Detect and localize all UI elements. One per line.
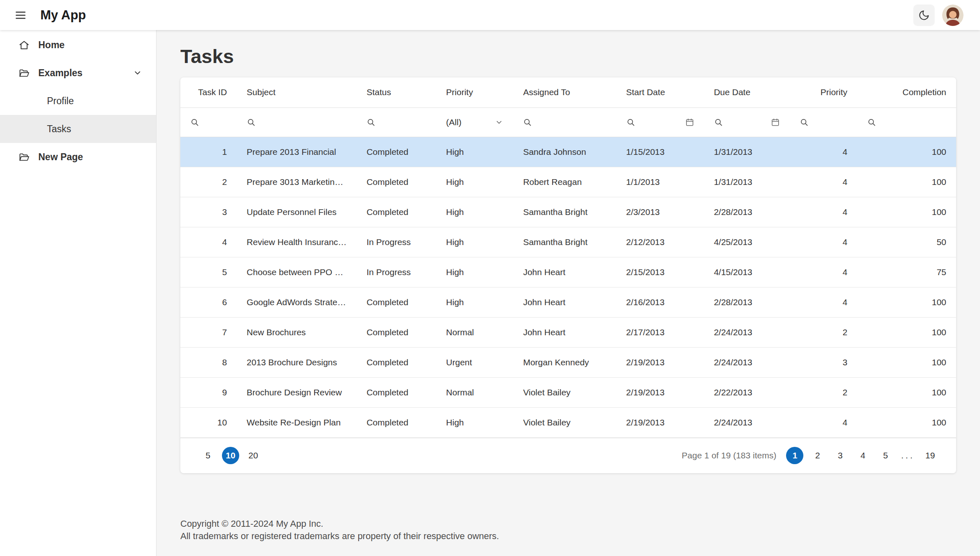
search-icon (366, 118, 376, 127)
grid-cell: 100 (857, 407, 956, 437)
grid-cell: 1/31/2013 (704, 137, 790, 167)
folder-open-icon (19, 68, 30, 79)
filter-due-date[interactable] (704, 107, 790, 137)
table-row[interactable]: 9Brochure Design ReviewCompletedNormalVi… (180, 377, 956, 407)
page-button[interactable]: 5 (877, 447, 894, 464)
filter-subject[interactable] (237, 107, 357, 137)
calendar-icon[interactable] (771, 118, 780, 127)
table-row[interactable]: 6Google AdWords Strate…CompletedHighJohn… (180, 287, 956, 317)
filter-status[interactable] (357, 107, 436, 137)
sidebar-item-profile[interactable]: Profile (0, 87, 156, 115)
grid-cell: 2/24/2013 (704, 347, 790, 377)
column-header-due-date[interactable]: Due Date (704, 77, 790, 107)
search-icon (867, 118, 876, 127)
grid-cell: Completed (357, 317, 436, 347)
sidebar-item-new-page[interactable]: New Page (0, 143, 156, 171)
search-icon (247, 118, 256, 127)
filter-assigned-to[interactable] (513, 107, 616, 137)
page-button[interactable]: 19 (922, 447, 939, 464)
grid-cell: 7 (180, 317, 237, 347)
grid-cell: 4/25/2013 (704, 227, 790, 257)
hamburger-icon (14, 9, 27, 21)
home-icon (19, 40, 30, 51)
pager: 51020 Page 1 of 19 (183 items) 12345...1… (180, 438, 956, 473)
grid-cell: Normal (436, 377, 513, 407)
table-row[interactable]: 10Website Re-Design PlanCompletedHighVio… (180, 407, 956, 437)
grid-cell: Robert Reagan (513, 167, 616, 197)
grid-cell: 1/15/2013 (616, 137, 704, 167)
sidebar-item-label: Home (38, 40, 65, 51)
filter-priority-num[interactable] (790, 107, 857, 137)
grid-cell: Normal (436, 317, 513, 347)
menu-toggle-button[interactable] (11, 5, 30, 25)
grid-cell: Completed (357, 167, 436, 197)
grid-cell: 100 (857, 347, 956, 377)
grid-cell: John Heart (513, 287, 616, 317)
grid-cell: 4 (180, 227, 237, 257)
grid-cell: 2 (790, 377, 857, 407)
grid-cell: Completed (357, 137, 436, 167)
grid-cell: Completed (357, 347, 436, 377)
page-button[interactable]: 3 (831, 447, 849, 464)
grid-cell: Google AdWords Strate… (237, 287, 357, 317)
grid-cell: Brochure Design Review (237, 377, 357, 407)
main-content: Tasks Task ID Subject Status Priority As… (156, 30, 980, 556)
search-icon (800, 118, 809, 127)
grid-cell: 2013 Brochure Designs (237, 347, 357, 377)
sidebar-item-tasks[interactable]: Tasks (0, 115, 156, 143)
grid-cell: High (436, 137, 513, 167)
sidebar-item-home[interactable]: Home (0, 31, 156, 59)
table-row[interactable]: 2Prepare 3013 Marketin…CompletedHighRobe… (180, 167, 956, 197)
column-header-assigned-to[interactable]: Assigned To (513, 77, 616, 107)
grid-cell: Morgan Kennedy (513, 347, 616, 377)
filter-completion[interactable] (857, 107, 956, 137)
grid-cell: New Brochures (237, 317, 357, 347)
page-size-option[interactable]: 10 (222, 447, 239, 464)
column-header-priority-num[interactable]: Priority (790, 77, 857, 107)
page-button[interactable]: 2 (809, 447, 826, 464)
calendar-icon[interactable] (685, 118, 694, 127)
column-header-start-date[interactable]: Start Date (616, 77, 704, 107)
app-title: My App (40, 8, 86, 23)
page-button[interactable]: 1 (786, 447, 803, 464)
grid-cell: High (436, 407, 513, 437)
grid-cell: Completed (357, 197, 436, 227)
page-size-option[interactable]: 20 (245, 447, 262, 464)
grid-cell: 2/17/2013 (616, 317, 704, 347)
grid-cell: 2 (180, 167, 237, 197)
grid-cell: In Progress (357, 257, 436, 287)
grid-cell: In Progress (357, 227, 436, 257)
column-header-task-id[interactable]: Task ID (180, 77, 237, 107)
column-header-subject[interactable]: Subject (237, 77, 357, 107)
grid-cell: 4 (790, 227, 857, 257)
grid-cell: 1/31/2013 (704, 167, 790, 197)
grid-cell: 4 (790, 197, 857, 227)
table-row[interactable]: 4Review Health Insuranc…In ProgressHighS… (180, 227, 956, 257)
table-row[interactable]: 3Update Personnel FilesCompletedHighSama… (180, 197, 956, 227)
table-row[interactable]: 82013 Brochure DesignsCompletedUrgentMor… (180, 347, 956, 377)
table-row[interactable]: 5Choose between PPO a…In ProgressHighJoh… (180, 257, 956, 287)
table-row[interactable]: 7New BrochuresCompletedNormalJohn Heart2… (180, 317, 956, 347)
moon-icon (918, 9, 930, 21)
header-row: Task ID Subject Status Priority Assigned… (180, 77, 956, 107)
grid-cell: Prepare 3013 Marketin… (237, 167, 357, 197)
theme-toggle-button[interactable] (913, 5, 935, 26)
column-header-status[interactable]: Status (357, 77, 436, 107)
sidebar-item-examples[interactable]: Examples (0, 59, 156, 87)
grid-cell: 10 (180, 407, 237, 437)
sidebar: Home Examples Profile Tasks New Page (0, 30, 156, 556)
filter-priority-select[interactable]: (All) (436, 107, 513, 137)
user-avatar[interactable] (942, 5, 964, 26)
column-header-completion[interactable]: Completion (857, 77, 956, 107)
grid-cell: 100 (857, 287, 956, 317)
page-footer: Copyright © 2011-2024 My App Inc. All tr… (180, 518, 956, 542)
grid-cell: 2/28/2013 (704, 287, 790, 317)
page-button[interactable]: 4 (854, 447, 871, 464)
filter-start-date[interactable] (616, 107, 704, 137)
column-header-priority[interactable]: Priority (436, 77, 513, 107)
grid-cell: 1 (180, 137, 237, 167)
filter-task-id[interactable] (180, 107, 237, 137)
table-row[interactable]: 1Prepare 2013 FinancialCompletedHighSand… (180, 137, 956, 167)
page-size-option[interactable]: 5 (199, 447, 217, 464)
grid-cell: High (436, 167, 513, 197)
